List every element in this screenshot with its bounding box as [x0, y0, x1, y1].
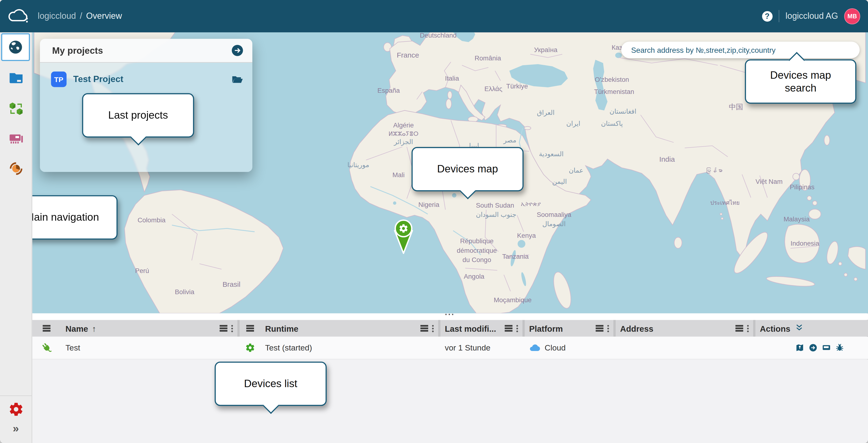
sidebar-item-monitoring[interactable]: [0, 156, 32, 181]
show-on-map-icon[interactable]: [795, 343, 804, 352]
callout-main-navigation-text: Main navigation: [25, 211, 99, 224]
map-country-label: ኢትዮጵያ: [521, 201, 541, 207]
sidebar-item-settings[interactable]: [0, 397, 32, 421]
column-menu-icon[interactable]: [220, 325, 227, 326]
map-country-label: Ελλάς: [485, 85, 502, 93]
sidebar-item-projects[interactable]: [0, 65, 32, 90]
project-initials: TP: [54, 75, 63, 84]
map-country-label: افغانستان: [610, 108, 637, 115]
map-country-label: Angola: [464, 273, 485, 280]
device-table-row[interactable]: Test Test (started) vor 1 Stunde Cloud: [32, 337, 868, 359]
open-projects-arrow-icon[interactable]: [231, 44, 244, 57]
column-address-label: Address: [620, 324, 653, 333]
device-runtime: Test (started): [265, 343, 312, 352]
map-country-label: Каз: [612, 44, 622, 51]
plc-device-icon: [8, 131, 24, 146]
table-empty-area: [32, 359, 868, 443]
map-country-label: پاکستان: [601, 120, 623, 127]
column-runtime-label: Runtime: [265, 324, 299, 333]
project-list-item[interactable]: TP Test Project: [51, 71, 244, 87]
map-country-label: Perú: [135, 267, 149, 275]
map-country-label: Mali: [392, 171, 404, 179]
column-name[interactable]: Name ↑: [61, 320, 238, 337]
column-separator[interactable]: [613, 320, 615, 337]
breadcrumb-page[interactable]: Overview: [86, 11, 122, 21]
help-icon[interactable]: ?: [762, 11, 772, 21]
map-country-label: جنوب السودان: [476, 211, 516, 219]
connected-plug-icon: [41, 342, 52, 353]
expand-rows-chevrons-icon[interactable]: [794, 322, 804, 334]
map-country-label: Tanzania: [502, 253, 529, 260]
column-separator[interactable]: [438, 320, 440, 337]
map-country-label: Brasil: [223, 280, 241, 288]
column-separator[interactable]: [753, 320, 755, 337]
sidebar-item-deployments[interactable]: [0, 97, 32, 121]
map-country-label: Nigeria: [418, 201, 439, 208]
map-country-label: O'zbekiston: [595, 76, 629, 83]
map-country-label: Türkiye: [506, 83, 528, 90]
map-country-label: ประเทศไทย: [710, 199, 740, 206]
packages-icon: [8, 101, 24, 116]
map-country-label: مصر: [503, 136, 516, 144]
column-address[interactable]: Address: [616, 320, 753, 337]
project-name: Test Project: [73, 74, 123, 85]
map-country-label: Indonesia: [790, 240, 819, 247]
column-menu-icon[interactable]: [421, 325, 428, 326]
map-country-label: موريتانيا: [347, 161, 369, 169]
column-options-icon[interactable]: [607, 325, 609, 326]
map-country-label: မြန်မာ: [705, 168, 723, 174]
column-options-icon[interactable]: [231, 325, 233, 326]
top-header-bar: logiccloud / Overview ? logiccloud AG MB: [0, 0, 868, 32]
collapse-glyph: »: [12, 422, 19, 435]
app-window: logiccloud / Overview ? logiccloud AG MB: [0, 0, 868, 443]
user-avatar[interactable]: MB: [844, 8, 860, 24]
main-navigation-sidebar: »: [0, 32, 32, 443]
map-country-label: الجزائر: [394, 138, 413, 146]
logiccloud-logo-icon[interactable]: [8, 8, 30, 25]
open-folder-icon[interactable]: [231, 73, 244, 85]
map-resize-handle[interactable]: ···: [441, 312, 459, 319]
map-country-label: République: [460, 237, 494, 245]
sort-asc-icon[interactable]: ↑: [92, 324, 96, 333]
map-country-label: الصومال: [542, 220, 566, 228]
map-country-label: Algérie: [393, 122, 414, 129]
device-name: Test: [65, 343, 80, 352]
column-options-icon[interactable]: [432, 325, 434, 326]
column-runtime[interactable]: Runtime: [261, 320, 438, 337]
column-options-icon[interactable]: [516, 325, 518, 326]
column-actions[interactable]: Actions: [755, 320, 868, 337]
device-platform: Cloud: [545, 343, 565, 352]
header-divider: [779, 10, 779, 22]
sidebar-divider: [0, 395, 32, 396]
map-country-label: Kenya: [517, 232, 536, 239]
open-device-icon[interactable]: [809, 343, 817, 352]
column-separator[interactable]: [237, 320, 240, 337]
map-country-label: عمان: [569, 167, 584, 174]
debug-bug-icon[interactable]: [835, 343, 844, 352]
sidebar-collapse-chevron[interactable]: »: [0, 420, 32, 436]
map-country-label: ايران: [566, 120, 580, 127]
my-projects-title: My projects: [52, 45, 103, 56]
sidebar-item-devices[interactable]: [0, 127, 32, 151]
column-menu-icon[interactable]: [505, 325, 513, 326]
map-country-label: Україна: [534, 46, 558, 54]
column-last-modified[interactable]: Last modifi...: [440, 320, 523, 337]
column-row-drag[interactable]: [32, 320, 61, 337]
column-separator[interactable]: [523, 320, 525, 337]
column-options-icon[interactable]: [747, 325, 749, 326]
map-country-label: ⵍⵣⵣⴰⵢⴻⵔ: [389, 131, 418, 137]
device-last-modified: vor 1 Stunde: [445, 343, 490, 352]
organization-name: logiccloud AG: [785, 11, 838, 21]
column-menu-icon[interactable]: [736, 325, 743, 326]
map-country-label: Colombia: [137, 216, 165, 224]
callout-devices-map-search-text: Devices map search: [765, 69, 837, 94]
column-menu-icon[interactable]: [596, 325, 603, 326]
breadcrumb-app[interactable]: logiccloud: [38, 11, 76, 21]
column-runtime-state[interactable]: [240, 320, 261, 337]
device-hmi-icon[interactable]: [822, 343, 831, 352]
column-platform[interactable]: Platform: [525, 320, 613, 337]
callout-devices-map: Devices map: [412, 147, 524, 191]
map-country-label: España: [377, 87, 400, 94]
sidebar-item-overview[interactable]: [1, 33, 30, 61]
search-input[interactable]: [630, 45, 850, 55]
